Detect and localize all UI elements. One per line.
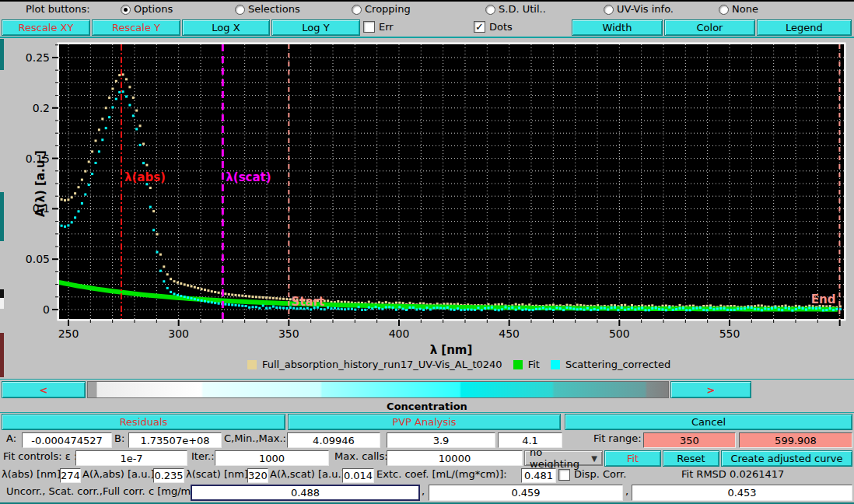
svg-text:End: End [811, 292, 836, 306]
svg-text:500: 500 [609, 327, 630, 340]
radio-none-label[interactable]: None [732, 3, 758, 15]
spectra-timeline-gradient[interactable] [87, 381, 669, 398]
weighting-dropdown[interactable]: no weighting ▼ [524, 450, 603, 466]
legend-button[interactable]: Legend [757, 19, 852, 36]
disp-corr-label[interactable]: Disp. Corr. [574, 468, 626, 480]
concentration-results-label: Uncorr., Scat. corr.,Full corr. c [mg/mL… [6, 485, 204, 497]
dots-checkbox[interactable]: ✓ [474, 21, 485, 33]
weighting-value: no weighting [530, 446, 591, 470]
rescale-xy-button[interactable]: Rescale XY [2, 19, 90, 36]
fit-range-start-field[interactable]: 350 [643, 432, 736, 448]
scroll-divider [0, 379, 854, 380]
scattering-series-label: Scattering_corrected [565, 359, 670, 370]
max-calls-field[interactable]: 10000 [387, 450, 523, 466]
svg-text:250: 250 [58, 327, 79, 340]
iter-field[interactable]: 1000 [215, 450, 329, 466]
svg-text:λ(abs): λ(abs) [124, 170, 166, 184]
radio-sd-util[interactable] [485, 5, 495, 15]
a-scat-field[interactable]: 0.014 [342, 468, 374, 483]
spectrum-plot[interactable]: 25030035040045050055000.050.10.150.20.25… [0, 37, 854, 358]
svg-text:λ(scat): λ(scat) [226, 170, 271, 184]
a-label: A: [6, 432, 16, 444]
window-top-edge [0, 0, 854, 2]
extc-coef-label: Extc. coef. [mL/(mg*cm)]: [376, 468, 507, 480]
radio-uvvis-info-label[interactable]: UV-Vis info. [617, 3, 674, 15]
width-button[interactable]: Width [572, 19, 663, 36]
lambda-scat-field[interactable]: 320 [247, 468, 268, 483]
cancel-button[interactable]: Cancel [565, 414, 852, 430]
svg-text:Start: Start [291, 295, 324, 309]
svg-text:350: 350 [278, 327, 299, 340]
scroll-left-button[interactable]: < [2, 381, 86, 398]
residuals-button[interactable]: Residuals [2, 414, 285, 430]
comma-separator: , [422, 485, 425, 497]
fit-series-swatch [513, 360, 523, 369]
rescale-y-button[interactable]: Rescale Y [92, 19, 180, 36]
svg-text:450: 450 [499, 327, 520, 340]
a-value-field[interactable]: -0.000474527 [22, 432, 112, 448]
cminmax-label: C,Min.,Max.: [224, 432, 286, 444]
extc-coef-field[interactable]: 0.481 [521, 468, 556, 483]
reset-button[interactable]: Reset [663, 450, 719, 467]
svg-text:0.2: 0.2 [33, 102, 50, 114]
c-max-field[interactable]: 4.1 [498, 432, 562, 448]
absorption-series-swatch [247, 360, 257, 369]
max-calls-label: Max. calls: [334, 450, 388, 462]
svg-text:400: 400 [389, 327, 410, 340]
radio-sd-util-label[interactable]: S.D. Util.. [499, 3, 546, 15]
plot-buttons-label: Plot buttons: [26, 3, 90, 15]
disp-corr-checkbox[interactable] [558, 469, 570, 481]
radio-none[interactable] [719, 5, 729, 15]
radio-options[interactable] [121, 5, 131, 15]
radio-cropping-label[interactable]: Cropping [365, 3, 411, 15]
c-full-corrected-field[interactable]: 0.453 [632, 485, 852, 501]
err-checkbox-label[interactable]: Err [379, 21, 394, 33]
radio-selections[interactable] [235, 5, 245, 15]
fit-controls-label: Fit controls: ε : [3, 450, 77, 462]
svg-text:550: 550 [719, 327, 740, 340]
lambda-abs-field[interactable]: 274 [60, 468, 81, 483]
dots-checkbox-label[interactable]: Dots [489, 21, 513, 33]
legend-item: Scattering_corrected [551, 359, 670, 370]
svg-text:300: 300 [168, 327, 189, 340]
svg-text:λ [nm]: λ [nm] [430, 343, 473, 357]
absorption-series-label: Full_absorption_history_run17_UV-Vis_AL_… [262, 359, 502, 370]
b-label: B: [114, 432, 124, 444]
scroll-right-button[interactable]: > [670, 381, 751, 398]
fit-range-label: Fit range: [593, 432, 642, 444]
plot-legend: Full_absorption_history_run17_UV-Vis_AL_… [247, 359, 681, 370]
c-uncorrected-field[interactable]: 0.488 [191, 485, 420, 501]
lambda-abs-label: λ(abs) [nm]: [2, 468, 64, 480]
uv-vis-analysis-window: Plot buttons: Options Selections Croppin… [0, 0, 854, 504]
concentration-header: Concentration [0, 401, 854, 412]
svg-text:A(λ) [a.u.]: A(λ) [a.u.] [33, 150, 47, 217]
svg-text:0: 0 [43, 303, 50, 316]
svg-text:0.05: 0.05 [26, 253, 50, 265]
pvp-analysis-button[interactable]: PVP Analysis [288, 414, 561, 430]
err-checkbox[interactable] [363, 21, 375, 33]
radio-uvvis-info[interactable] [604, 5, 614, 15]
log-x-button[interactable]: Log X [182, 19, 270, 36]
epsilon-field[interactable]: 1e-7 [75, 450, 187, 466]
radio-options-label[interactable]: Options [134, 3, 173, 15]
svg-text:0.25: 0.25 [26, 51, 50, 64]
b-value-field[interactable]: 1.73507e+08 [128, 432, 222, 448]
fit-button[interactable]: Fit [604, 450, 661, 467]
radio-cropping[interactable] [352, 5, 362, 15]
a-abs-field[interactable]: 0.235 [153, 468, 184, 483]
fit-rmsd-text: Fit RMSD 0.0261417 [681, 468, 784, 480]
iter-label: Iter.: [191, 450, 215, 462]
c-min-field[interactable]: 3.9 [387, 432, 495, 448]
concentration-divider [0, 412, 854, 413]
create-adjusted-curve-button[interactable]: Create adjusted curve [721, 450, 852, 467]
legend-item: Fit [513, 359, 540, 370]
log-y-button[interactable]: Log Y [271, 19, 360, 36]
a-abs-label: A(λ,abs) [a.u.]: [82, 468, 158, 480]
c-value-field[interactable]: 4.09946 [287, 432, 380, 448]
fit-range-end-field[interactable]: 599.908 [739, 432, 852, 448]
radio-selections-label[interactable]: Selections [248, 3, 300, 15]
c-scat-corrected-field[interactable]: 0.459 [429, 485, 623, 501]
lambda-scat-label: λ(scat) [nm]: [186, 468, 251, 480]
legend-item: Full_absorption_history_run17_UV-Vis_AL_… [247, 359, 502, 370]
color-button[interactable]: Color [664, 19, 755, 36]
